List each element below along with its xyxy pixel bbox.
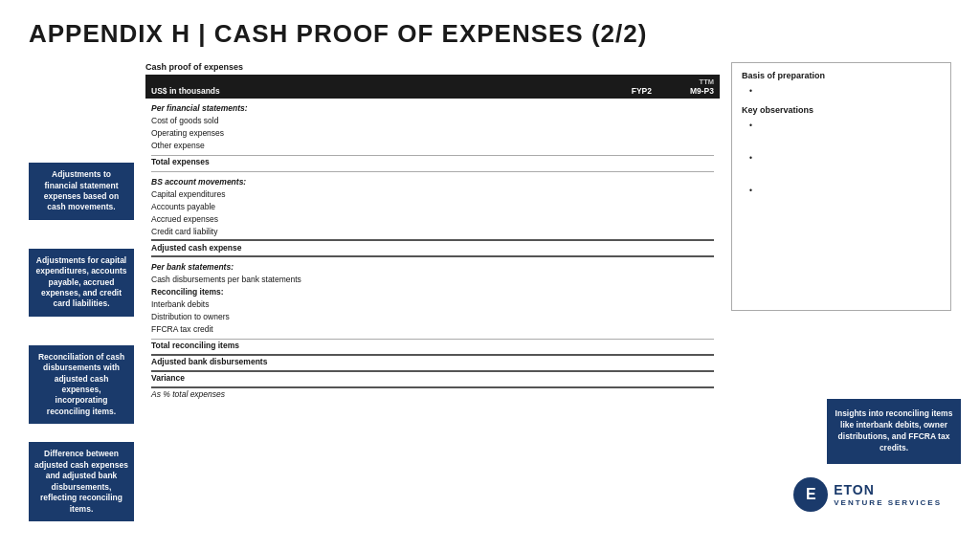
row-pct-total: As % total expenses [145,388,720,401]
basis-bullet: • [749,86,941,96]
center-table: Cash proof of expenses US$ in thousands … [145,62,720,521]
sidebar-box-1: Adjustments to financial statement expen… [29,163,134,220]
col-right-group: TTM FYP2 M9-P3 [632,77,714,96]
row-ffcra: FFCRA tax credit [145,323,720,336]
col-m9p3: M9-P3 [690,86,714,96]
logo-icon: E [793,477,828,512]
page: APPENDIX H | CASH PROOF OF EXPENSES (2/2… [0,0,980,551]
logo-area: E ETON VENTURE SERVICES [793,477,942,512]
row-accounts-payable: Accounts payable [145,200,720,212]
col-fyp2: FYP2 [632,86,652,96]
logo-letter: E [806,486,816,503]
key-obs-bullet-2: • [749,153,941,163]
row-per-bank: Per bank statements: [145,257,720,274]
row-operating-expenses: Operating expenses [145,127,720,140]
row-reconciling-label: Reconciling items: [145,286,720,298]
row-total-reconciling: Total reconciling items [145,340,720,352]
sidebar-box-4: Difference between adjusted cash expense… [29,442,134,521]
basis-box: Basis of preparation • Key observations … [731,62,951,311]
table-rows: Per financial statements: Cost of goods … [145,99,720,401]
row-adjusted-cash-expense: Adjusted cash expense [145,241,720,253]
logo-sub: VENTURE SERVICES [834,498,942,508]
main-content: Adjustments to financial statement expen… [29,62,951,521]
row-credit-card: Credit card liability [145,225,720,237]
column-headers: US$ in thousands TTM FYP2 M9-P3 [145,75,720,99]
row-cogs: Cost of goods sold [145,115,720,127]
key-obs-bullet-1: • [749,121,941,130]
row-distribution: Distribution to owners [145,311,720,323]
right-panel: Basis of preparation • Key observations … [731,62,951,521]
row-total-expenses: Total expenses [145,156,720,168]
row-interbank: Interbank debits [145,298,720,311]
row-accrued-expenses: Accrued expenses [145,212,720,225]
logo-text: ETON VENTURE SERVICES [834,482,942,507]
key-observations: Key observations [742,105,941,115]
row-capex: Capital expenditures [145,187,720,200]
row-variance: Variance [145,372,720,385]
table-section-label: Cash proof of expenses [145,62,720,72]
row-adjusted-bank: Adjusted bank disbursements [145,356,720,368]
row-other-expense: Other expense [145,140,720,152]
sidebar-box-2: Adjustments for capital expenditures, ac… [29,249,134,317]
logo-name: ETON [834,482,942,498]
row-per-financial-statements: Per financial statements: [145,99,720,115]
row-cash-disbursements: Cash disbursements per bank statements [145,274,720,286]
col-ttm: TTM [700,77,714,86]
page-title: APPENDIX H | CASH PROOF OF EXPENSES (2/2… [29,19,951,49]
key-obs-bullet-3: • [749,186,941,195]
insights-box: Insights into reconciling items like int… [827,399,961,464]
left-sidebar: Adjustments to financial statement expen… [29,62,134,521]
col-header-left: US$ in thousands [151,86,220,96]
sidebar-box-3: Reconciliation of cash disbursements wit… [29,345,134,425]
col-right-row: FYP2 M9-P3 [632,86,714,96]
basis-title: Basis of preparation [742,71,941,80]
row-bs-account: BS account movements: [145,172,720,188]
